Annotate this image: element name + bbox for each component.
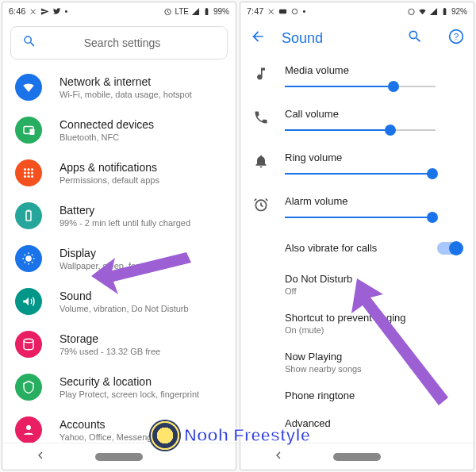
sound-screen: 7:47 • 92% Sound ? Media volume Call vol…	[240, 2, 474, 470]
status-time: 6:46	[9, 6, 25, 16]
back-icon[interactable]	[272, 449, 285, 465]
row-title: Apps & notifications	[60, 161, 225, 174]
item-title: Now Playing	[285, 351, 461, 363]
svg-point-4	[28, 168, 30, 171]
sound-item[interactable]: Do Not DisturbOff	[240, 265, 474, 304]
battery-pct: 99%	[213, 7, 229, 16]
svg-point-10	[28, 175, 30, 178]
vibrate-label: Also vibrate for calls	[285, 242, 461, 254]
back-icon[interactable]	[34, 449, 47, 465]
devices-icon	[15, 117, 42, 144]
svg-point-5	[31, 168, 33, 171]
alarm-status-icon	[163, 7, 172, 16]
row-subtitle: Bluetooth, NFC	[60, 132, 225, 142]
home-pill[interactable]	[95, 453, 143, 461]
row-subtitle: 79% used - 13.32 GB free	[60, 347, 225, 356]
sound-item[interactable]: Now PlayingShow nearby songs	[240, 343, 474, 382]
display-icon	[15, 245, 42, 272]
settings-list: Network & internetWi-Fi, mobile, data us…	[2, 66, 236, 443]
app-bar: Sound ?	[240, 20, 474, 56]
camera-icon	[290, 7, 299, 16]
settings-screen: 6:46 • LTE 99% Search settings Network &…	[2, 2, 236, 470]
item-title: Phone ringtone	[285, 389, 461, 401]
svg-rect-12	[26, 211, 31, 221]
twitter-icon	[52, 7, 61, 16]
sound-item[interactable]: Phone ringtone	[240, 382, 474, 409]
close-icon	[267, 7, 275, 16]
slider-phone[interactable]: Call volume	[240, 100, 474, 144]
item-title: Shortcut to prevent ringing	[285, 312, 461, 324]
row-title: Accounts	[60, 418, 225, 431]
close-icon	[29, 7, 37, 16]
status-bar: 7:47 • 92%	[240, 2, 474, 20]
home-pill[interactable]	[333, 453, 381, 461]
item-title: Advanced	[285, 417, 461, 429]
svg-point-20	[409, 9, 414, 14]
row-subtitle: Permissions, default apps	[60, 175, 225, 185]
row-subtitle: Yahoo, Office, Messenger	[60, 432, 225, 442]
status-time: 7:47	[247, 6, 263, 16]
svg-rect-13	[28, 210, 30, 212]
sound-item[interactable]: Shortcut to prevent ringingOn (mute)	[240, 304, 474, 343]
settings-row-battery[interactable]: Battery99% - 2 min left until fully char…	[2, 194, 236, 237]
help-icon[interactable]: ?	[448, 29, 464, 48]
settings-row-storage[interactable]: Storage79% used - 13.32 GB free	[2, 323, 236, 366]
settings-row-apps[interactable]: Apps & notificationsPermissions, default…	[2, 152, 236, 194]
search-icon[interactable]	[407, 29, 423, 48]
svg-text:?: ?	[454, 31, 459, 41]
more-dot: •	[64, 6, 67, 16]
slider-label: Call volume	[285, 108, 461, 120]
alarm-icon	[253, 197, 269, 216]
nav-bar	[2, 443, 236, 470]
row-title: Display	[60, 247, 225, 259]
settings-row-display[interactable]: DisplayWallpaper, sleep, font size	[2, 237, 236, 280]
volume-slider[interactable]	[285, 212, 436, 223]
slider-music[interactable]: Media volume	[240, 56, 474, 100]
search-settings[interactable]: Search settings	[10, 26, 228, 59]
sound-list: Media volume Call volume Ring volume Ala…	[240, 56, 474, 443]
battery-icon	[202, 7, 211, 16]
sound-item[interactable]: Advanced	[240, 409, 474, 437]
settings-row-devices[interactable]: Connected devicesBluetooth, NFC	[2, 109, 236, 152]
slider-label: Alarm volume	[285, 195, 461, 207]
slider-label: Media volume	[285, 64, 461, 76]
vibrate-row[interactable]: Also vibrate for calls	[240, 231, 474, 265]
wifi-icon	[15, 74, 42, 101]
slider-alarm[interactable]: Alarm volume	[240, 187, 474, 231]
youtube-icon	[278, 7, 287, 16]
apps-icon	[15, 159, 42, 186]
volume-slider[interactable]	[285, 168, 436, 179]
security-icon	[15, 374, 42, 401]
page-title: Sound	[282, 30, 323, 47]
battery-pct: 92%	[451, 7, 467, 16]
slider-bell[interactable]: Ring volume	[240, 144, 474, 187]
svg-point-3	[24, 168, 26, 171]
row-title: Security & location	[60, 375, 225, 388]
alarm-status-icon	[407, 7, 416, 16]
back-arrow-icon[interactable]	[250, 29, 266, 48]
row-title: Battery	[60, 204, 225, 217]
vibrate-switch[interactable]	[437, 242, 463, 255]
volume-slider[interactable]	[285, 125, 436, 136]
phone-icon	[253, 109, 269, 129]
settings-row-wifi[interactable]: Network & internetWi-Fi, mobile, data us…	[2, 66, 236, 109]
svg-rect-18	[279, 9, 286, 13]
row-subtitle: Wi-Fi, mobile, data usage, hotspot	[60, 90, 225, 99]
sound-icon	[15, 288, 42, 315]
battery-icon	[440, 7, 449, 16]
status-bar: 6:46 • LTE 99%	[2, 2, 236, 20]
row-subtitle: Play Protect, screen lock, fingerprint	[60, 389, 225, 399]
row-title: Sound	[60, 290, 225, 302]
signal-icon	[191, 7, 200, 16]
settings-row-security[interactable]: Security & locationPlay Protect, screen …	[2, 366, 236, 409]
row-subtitle: Wallpaper, sleep, font size	[60, 261, 225, 271]
slider-label: Ring volume	[285, 152, 461, 163]
nav-bar	[240, 443, 474, 470]
bell-icon	[253, 153, 269, 172]
settings-row-sound[interactable]: SoundVolume, vibration, Do Not Disturb	[2, 280, 236, 323]
item-sub: Show nearby songs	[285, 364, 461, 374]
settings-row-accounts[interactable]: AccountsYahoo, Office, Messenger	[2, 409, 236, 443]
volume-slider[interactable]	[285, 81, 436, 92]
wifi-status-icon	[418, 7, 427, 16]
row-title: Network & internet	[60, 75, 225, 88]
